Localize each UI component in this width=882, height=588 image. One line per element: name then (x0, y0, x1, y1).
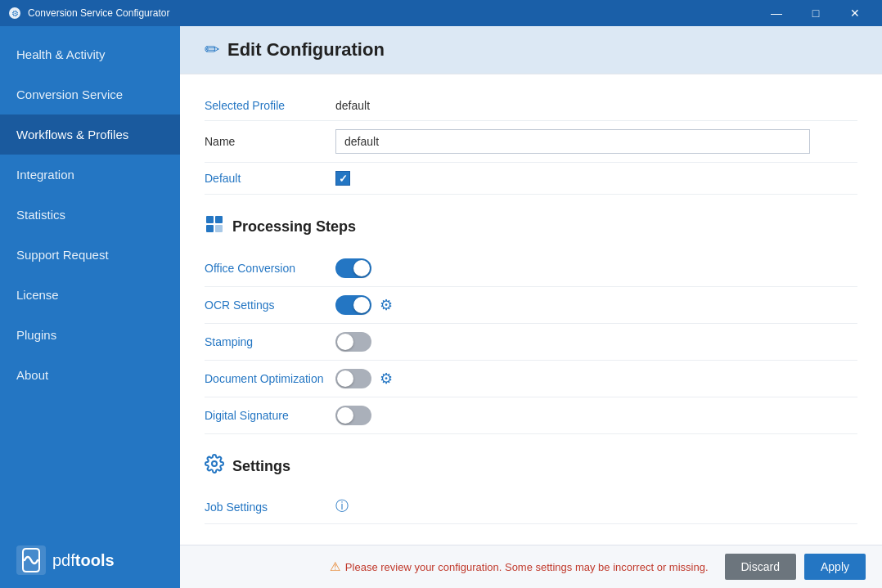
document-optimization-label: Document Optimization (205, 372, 335, 385)
panel-title: Edit Configuration (227, 39, 385, 61)
selected-profile-value: default (335, 99, 370, 112)
ocr-settings-label: OCR Settings (205, 298, 335, 312)
svg-rect-6 (215, 225, 223, 232)
warning-text: Please review your configuration. Some s… (345, 561, 709, 573)
sidebar-item-statistics[interactable]: Statistics (0, 195, 180, 235)
sidebar-item-about[interactable]: About (0, 355, 180, 395)
ocr-settings-toggle-container: ⚙ (335, 295, 393, 315)
default-label: Default (205, 172, 335, 185)
scroll-container[interactable]: ✏ Edit Configuration Selected Profile de… (180, 26, 882, 545)
discard-button[interactable]: Discard (725, 554, 796, 580)
sidebar-item-license[interactable]: License (0, 275, 180, 315)
name-label: Name (205, 135, 335, 148)
name-input[interactable] (335, 129, 810, 154)
window-controls: — □ ✕ (758, 0, 874, 26)
ocr-settings-toggle[interactable] (335, 295, 371, 315)
stamping-label: Stamping (205, 335, 335, 348)
apply-button[interactable]: Apply (804, 554, 866, 580)
main-layout: Health & Activity Conversion Service Wor… (0, 26, 882, 588)
warning-message: ⚠ Please review your configuration. Some… (196, 559, 709, 574)
selected-profile-label: Selected Profile (205, 99, 335, 112)
sidebar: Health & Activity Conversion Service Wor… (0, 26, 180, 588)
default-checkbox[interactable] (335, 171, 350, 186)
office-conversion-label: Office Conversion (205, 262, 335, 275)
sidebar-item-integration[interactable]: Integration (0, 155, 180, 195)
name-row: Name (205, 121, 857, 163)
toggle-knob (337, 407, 353, 424)
processing-steps-heading: Processing Steps (205, 214, 857, 239)
processing-steps-title: Processing Steps (232, 218, 356, 236)
toggle-knob (353, 297, 370, 313)
job-settings-label: Job Settings (205, 500, 335, 514)
office-conversion-toggle[interactable] (335, 258, 371, 278)
default-row: Default (205, 163, 857, 195)
document-optimization-gear-icon[interactable]: ⚙ (380, 370, 393, 388)
toggle-knob (337, 334, 353, 350)
app-title: Conversion Service Configurator (28, 7, 758, 19)
toggle-knob (337, 370, 353, 387)
processing-steps-icon (205, 214, 224, 239)
edit-icon: ✏ (205, 39, 219, 61)
selected-profile-row: Selected Profile default (205, 91, 857, 121)
panel-header: ✏ Edit Configuration (180, 26, 882, 74)
digital-signature-toggle[interactable] (335, 406, 371, 425)
svg-point-7 (212, 461, 217, 466)
office-conversion-row: Office Conversion (205, 250, 857, 287)
settings-heading: Settings (205, 454, 857, 478)
stamping-toggle-container (335, 332, 371, 352)
svg-rect-3 (206, 216, 214, 223)
ocr-settings-row: OCR Settings ⚙ (205, 287, 857, 324)
digital-signature-label: Digital Signature (205, 409, 335, 422)
sidebar-item-plugins[interactable]: Plugins (0, 315, 180, 355)
settings-title: Settings (232, 458, 290, 475)
pdftools-logo-icon (16, 545, 46, 575)
svg-rect-5 (206, 225, 214, 232)
pdftools-logo: pdftools (16, 545, 115, 575)
ocr-settings-gear-icon[interactable]: ⚙ (380, 296, 393, 314)
sidebar-item-health-activity[interactable]: Health & Activity (0, 34, 180, 74)
titlebar: ⚙ Conversion Service Configurator — □ ✕ (0, 0, 882, 26)
office-conversion-toggle-container (335, 258, 371, 278)
bottom-bar: ⚠ Please review your configuration. Some… (180, 545, 882, 588)
document-optimization-toggle[interactable] (335, 369, 371, 388)
app-icon: ⚙ (8, 7, 21, 20)
job-settings-row: Job Settings ⓘ (205, 490, 857, 524)
digital-signature-toggle-container (335, 406, 371, 425)
main-content: ✏ Edit Configuration Selected Profile de… (180, 26, 882, 588)
sidebar-item-workflows-profiles[interactable]: Workflows & Profiles (0, 114, 180, 155)
svg-rect-4 (215, 216, 223, 223)
job-settings-info-icon[interactable]: ⓘ (335, 498, 349, 515)
toggle-knob (353, 260, 370, 276)
digital-signature-row: Digital Signature (205, 397, 857, 434)
svg-text:⚙: ⚙ (11, 9, 19, 18)
settings-icon (205, 454, 224, 478)
edit-config-panel: ✏ Edit Configuration Selected Profile de… (180, 26, 882, 545)
stamping-toggle[interactable] (335, 332, 371, 352)
sidebar-item-support-request[interactable]: Support Request (0, 235, 180, 275)
maximize-button[interactable]: □ (797, 0, 835, 26)
document-optimization-row: Document Optimization ⚙ (205, 361, 857, 397)
document-optimization-toggle-container: ⚙ (335, 369, 393, 388)
content-area: ✏ Edit Configuration Selected Profile de… (180, 26, 882, 588)
sidebar-item-conversion-service[interactable]: Conversion Service (0, 74, 180, 114)
pdftools-logo-text: pdftools (52, 551, 115, 570)
minimize-button[interactable]: — (758, 0, 795, 26)
sidebar-footer: pdftools (0, 532, 180, 588)
close-button[interactable]: ✕ (836, 0, 874, 26)
sidebar-nav: Health & Activity Conversion Service Wor… (0, 26, 180, 532)
warning-icon: ⚠ (330, 559, 340, 574)
stamping-row: Stamping (205, 324, 857, 361)
